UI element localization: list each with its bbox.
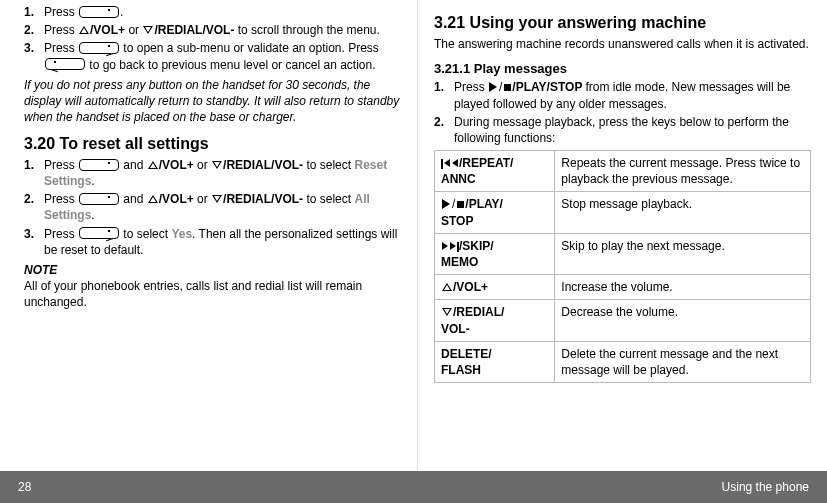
step-number: 1.: [434, 79, 444, 95]
desc-cell: Skip to play the next message.: [555, 233, 811, 274]
footer-section-title: Using the phone: [722, 480, 809, 494]
right-softkey-icon: [45, 58, 85, 70]
or-text: or: [197, 158, 211, 172]
t: .: [91, 174, 94, 188]
step-number: 1.: [24, 157, 34, 173]
step-number: 2.: [434, 114, 444, 130]
step-number: 3.: [24, 40, 34, 56]
up-triangle-icon: [148, 195, 158, 203]
step-number: 2.: [24, 22, 34, 38]
step-text: Press: [44, 5, 78, 19]
repeat-icon: [441, 159, 459, 169]
page-number: 28: [18, 480, 31, 494]
step-320-3: 3. Press to select Yes. Then all the per…: [44, 226, 401, 258]
left-column: 1. Press . 2. Press /VOL+ or /REDIAL/VOL…: [0, 0, 418, 471]
key-label: DELETE/ FLASH: [441, 347, 492, 377]
up-triangle-icon: [442, 283, 452, 291]
content-area: 1. Press . 2. Press /VOL+ or /REDIAL/VOL…: [0, 0, 827, 471]
left-softkey-icon: [79, 42, 119, 54]
table-row: /SKIP/ MEMO Skip to play the next messag…: [435, 233, 811, 274]
t: Press: [44, 192, 78, 206]
desc-cell: Decrease the volume.: [555, 300, 811, 341]
down-triangle-icon: [212, 161, 222, 169]
skip-icon: [441, 242, 459, 252]
step-3: 3. Press to open a sub-menu or validate …: [44, 40, 401, 72]
step-text-end: .: [120, 5, 123, 19]
step-text: Press: [44, 23, 78, 37]
t: .: [91, 208, 94, 222]
step-320-2: 2. Press and /VOL+ or /REDIAL/VOL- to se…: [44, 191, 401, 223]
stop-square-icon: [457, 201, 464, 208]
step-3211-2: 2. During message playback, press the ke…: [454, 114, 811, 146]
play-stop-label: /PLAY/STOP: [512, 80, 582, 94]
steps-3211: 1. Press //PLAY/STOP from idle mode. New…: [434, 79, 811, 146]
menu-key-icon: [79, 193, 119, 205]
t: to select: [123, 227, 171, 241]
up-triangle-icon: [79, 26, 89, 34]
step-number: 1.: [24, 4, 34, 20]
step-text: Press: [44, 41, 78, 55]
key-cell: /SKIP/ MEMO: [435, 233, 555, 274]
step-text-end: to scroll through the menu.: [238, 23, 380, 37]
t: and: [123, 192, 146, 206]
vol-down-label: /REDIAL/VOL-: [223, 158, 303, 172]
left-softkey-icon: [79, 227, 119, 239]
table-row: DELETE/ FLASH Delete the current message…: [435, 341, 811, 382]
sub-3-21: The answering machine records unanswered…: [434, 36, 811, 52]
table-row: //PLAY/ STOP Stop message playback.: [435, 192, 811, 233]
play-triangle-icon: [489, 82, 497, 92]
play-triangle-icon: [442, 199, 450, 209]
t: Press: [44, 158, 78, 172]
t: During message playback, press the keys …: [454, 115, 789, 145]
desc-cell: Stop message playback.: [555, 192, 811, 233]
down-triangle-icon: [143, 26, 153, 34]
heading-3-20: 3.20 To reset all settings: [24, 133, 401, 155]
step-text-end: to go back to previous menu level or can…: [89, 58, 375, 72]
stop-square-icon: [504, 84, 511, 91]
steps-320: 1. Press and /VOL+ or /REDIAL/VOL- to se…: [24, 157, 401, 258]
up-triangle-icon: [148, 161, 158, 169]
vol-up-label: /VOL+: [159, 158, 194, 172]
menu-option-yes: Yes: [171, 227, 192, 241]
or-text: or: [128, 23, 142, 37]
menu-key-icon: [79, 6, 119, 18]
table-row: /REDIAL/ VOL- Decrease the volume.: [435, 300, 811, 341]
footer-bar: 28 Using the phone: [0, 471, 827, 503]
page: 1. Press . 2. Press /VOL+ or /REDIAL/VOL…: [0, 0, 827, 503]
heading-3-21-1: 3.21.1 Play messages: [434, 60, 811, 78]
note-body: All of your phonebook entries, calls lis…: [24, 278, 401, 310]
t: Press: [44, 227, 78, 241]
down-triangle-icon: [442, 308, 452, 316]
menu-key-icon: [79, 159, 119, 171]
note-heading: NOTE: [24, 262, 401, 278]
key-cell: /REPEAT/ ANNC: [435, 151, 555, 192]
step-1: 1. Press .: [44, 4, 401, 20]
right-column: 3.21 Using your answering machine The an…: [418, 0, 827, 471]
vol-up-label: /VOL+: [90, 23, 125, 37]
idle-note: If you do not press any button on the ha…: [24, 77, 401, 126]
t: and: [123, 158, 146, 172]
step-3211-1: 1. Press //PLAY/STOP from idle mode. New…: [454, 79, 811, 111]
down-triangle-icon: [212, 195, 222, 203]
step-number: 3.: [24, 226, 34, 242]
step-2: 2. Press /VOL+ or /REDIAL/VOL- to scroll…: [44, 22, 401, 38]
desc-cell: Increase the volume.: [555, 275, 811, 300]
vol-down-label: /REDIAL/VOL-: [154, 23, 234, 37]
t: to select: [306, 158, 354, 172]
steps-top: 1. Press . 2. Press /VOL+ or /REDIAL/VOL…: [24, 4, 401, 73]
vol-up-label: /VOL+: [159, 192, 194, 206]
vol-down-label: /REDIAL/VOL-: [223, 192, 303, 206]
key-label: /PLAY/ STOP: [441, 197, 503, 227]
step-number: 2.: [24, 191, 34, 207]
key-label: /VOL+: [453, 280, 488, 294]
key-cell: //PLAY/ STOP: [435, 192, 555, 233]
key-cell: /REDIAL/ VOL-: [435, 300, 555, 341]
t: Press: [454, 80, 488, 94]
step-320-1: 1. Press and /VOL+ or /REDIAL/VOL- to se…: [44, 157, 401, 189]
table-row: /REPEAT/ ANNC Repeats the current messag…: [435, 151, 811, 192]
desc-cell: Delete the current message and the next …: [555, 341, 811, 382]
table-row: /VOL+ Increase the volume.: [435, 275, 811, 300]
or-text: or: [197, 192, 211, 206]
key-cell: /VOL+: [435, 275, 555, 300]
heading-3-21: 3.21 Using your answering machine: [434, 12, 811, 34]
